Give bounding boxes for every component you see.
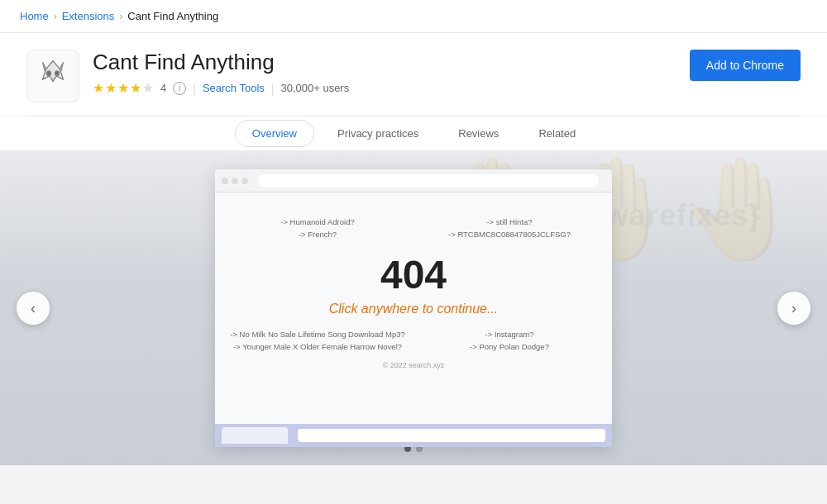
chevron-left-icon: ‹ — [31, 300, 36, 317]
error-404-text: 404 — [228, 255, 599, 295]
breadcrumb-current: Cant Find Anything — [127, 10, 218, 22]
query-1: -> Humanoid Adroid? — [228, 217, 407, 226]
tabs-container: Overview Privacy practices Reviews Relat… — [0, 116, 827, 151]
query-3: -> French? — [228, 230, 407, 239]
extension-info: Cant Find Anything ★ ★ ★ ★ ★ 4 i | Searc… — [93, 50, 349, 96]
query-7: -> Younger Male X Older Female Harrow No… — [228, 342, 407, 351]
users-count: 30,000+ users — [280, 82, 349, 94]
star-3: ★ — [117, 80, 129, 96]
extension-icon — [26, 50, 79, 102]
query-4: -> RTCBMC8C08847805JCLFSG? — [420, 230, 599, 239]
ext-header-left: Cant Find Anything ★ ★ ★ ★ ★ 4 i | Searc… — [26, 50, 349, 102]
screenshot-area: 🤚🤚🤚 {malwarefixes} ‹ -> Humanoid Adroid?… — [0, 151, 827, 465]
browser-top-bar — [215, 169, 612, 193]
browser-dot-1 — [222, 178, 228, 184]
query-2: -> still Hinta? — [420, 217, 599, 226]
svg-marker-2 — [60, 62, 63, 70]
screenshot-footer — [215, 424, 612, 447]
breadcrumb-sep-1: › — [54, 11, 57, 22]
svg-marker-0 — [43, 61, 64, 82]
copyright-text: © 2022 search.xyz — [228, 361, 599, 369]
star-1: ★ — [93, 80, 104, 96]
browser-dot-3 — [241, 178, 248, 184]
breadcrumb-sep-2: › — [119, 11, 122, 22]
star-2: ★ — [105, 80, 117, 96]
footer-url-bar — [298, 429, 605, 442]
category-link[interactable]: Search Tools — [203, 82, 265, 94]
browser-url-bar — [258, 174, 599, 188]
tab-overview[interactable]: Overview — [235, 120, 314, 147]
screenshot-card: -> Humanoid Adroid? -> still Hinta? -> F… — [215, 169, 612, 447]
next-screenshot-arrow[interactable]: › — [777, 292, 810, 325]
tab-privacy[interactable]: Privacy practices — [321, 121, 435, 146]
screenshot-page-content: -> Humanoid Adroid? -> still Hinta? -> F… — [215, 193, 612, 424]
svg-point-4 — [55, 71, 60, 76]
browser-dot-2 — [232, 178, 238, 184]
tab-related[interactable]: Related — [522, 121, 592, 146]
top-nav: Home › Extensions › Cant Find Anything — [0, 0, 827, 33]
star-4: ★ — [130, 80, 141, 96]
svg-marker-1 — [43, 62, 46, 70]
breadcrumb: Home › Extensions › Cant Find Anything — [20, 10, 218, 22]
rating-info-icon[interactable]: i — [173, 82, 186, 95]
extension-meta: ★ ★ ★ ★ ★ 4 i | Search Tools | 30,000+ u… — [93, 80, 349, 96]
breadcrumb-home[interactable]: Home — [20, 10, 49, 22]
meta-separator-1: | — [193, 82, 196, 95]
breadcrumb-extensions[interactable]: Extensions — [62, 10, 115, 22]
svg-point-3 — [47, 71, 51, 76]
page-404-container: -> Humanoid Adroid? -> still Hinta? -> F… — [228, 209, 599, 378]
footer-tab — [222, 427, 288, 444]
tab-reviews[interactable]: Reviews — [442, 121, 515, 146]
query-5: -> No Milk No Sale Lifetime Song Downloa… — [228, 330, 407, 339]
add-to-chrome-button[interactable]: Add to Chrome — [690, 50, 801, 81]
rating-count: 4 — [160, 82, 166, 94]
query-6: -> Instagram? — [420, 330, 599, 339]
prev-screenshot-arrow[interactable]: ‹ — [17, 292, 50, 325]
extension-header: Cant Find Anything ★ ★ ★ ★ ★ 4 i | Searc… — [0, 33, 827, 116]
continue-text: Click anywhere to continue... — [228, 302, 599, 316]
chevron-right-icon: › — [791, 300, 796, 317]
extension-logo-svg — [32, 55, 74, 97]
stars-container: ★ ★ ★ ★ ★ — [93, 80, 154, 96]
extension-title: Cant Find Anything — [93, 50, 349, 75]
meta-separator-2: | — [271, 82, 275, 95]
search-queries-top: -> Humanoid Adroid? -> still Hinta? -> F… — [228, 217, 599, 239]
star-5: ★ — [142, 80, 154, 96]
query-8: -> Pony Polan Dodge? — [420, 342, 599, 351]
search-queries-bottom: -> No Milk No Sale Lifetime Song Downloa… — [228, 330, 599, 351]
